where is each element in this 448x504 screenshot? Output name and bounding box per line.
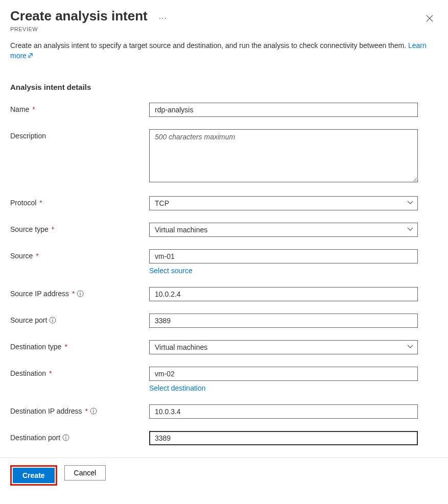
label-source: Source* — [10, 249, 149, 260]
label-source-ip: Source IP address* — [10, 287, 149, 298]
info-icon — [62, 434, 69, 441]
source-port-input[interactable] — [149, 314, 418, 328]
label-description: Description — [10, 129, 149, 140]
label-destination-ip: Destination IP address* — [10, 404, 149, 415]
create-button[interactable]: Create — [13, 468, 55, 483]
svg-point-1 — [80, 292, 81, 293]
label-destination-type: Destination type* — [10, 340, 149, 351]
section-title-details: Analysis intent details — [10, 83, 438, 91]
external-link-icon — [28, 53, 33, 58]
close-icon — [426, 15, 433, 22]
more-icon[interactable]: ··· — [159, 14, 167, 23]
chevron-down-icon — [407, 226, 413, 234]
destination-ip-input[interactable] — [149, 404, 418, 419]
label-protocol: Protocol* — [10, 196, 149, 207]
destination-type-select[interactable]: Virtual machines — [149, 340, 418, 354]
select-destination-link[interactable]: Select destination — [149, 384, 206, 392]
intro-text-body: Create an analysis intent to specify a t… — [10, 41, 406, 50]
svg-point-7 — [93, 409, 94, 410]
label-source-port: Source port — [10, 314, 149, 324]
destination-input[interactable] — [149, 367, 418, 381]
destination-port-input[interactable] — [149, 431, 418, 445]
chevron-down-icon — [407, 199, 413, 207]
svg-rect-11 — [65, 437, 66, 440]
svg-rect-8 — [93, 411, 93, 413]
chevron-down-icon — [407, 343, 413, 351]
description-input[interactable] — [149, 129, 418, 182]
name-input[interactable] — [149, 103, 418, 117]
info-icon — [49, 317, 56, 324]
page-title: Create analysis intent — [10, 8, 148, 24]
label-destination-port: Destination port — [10, 431, 149, 442]
source-ip-input[interactable] — [149, 287, 418, 301]
protocol-value: TCP — [155, 199, 169, 207]
source-input[interactable] — [149, 249, 418, 263]
label-destination: Destination* — [10, 367, 149, 377]
destination-type-value: Virtual machines — [155, 343, 207, 351]
intro-text: Create an analysis intent to specify a t… — [10, 40, 438, 61]
source-type-value: Virtual machines — [155, 226, 207, 234]
select-source-link[interactable]: Select source — [149, 267, 193, 275]
close-button[interactable] — [421, 10, 438, 27]
info-icon — [77, 290, 84, 297]
source-type-select[interactable]: Virtual machines — [149, 223, 418, 237]
protocol-select[interactable]: TCP — [149, 196, 418, 210]
preview-tag: Preview — [10, 26, 421, 32]
svg-point-4 — [53, 318, 54, 319]
svg-rect-5 — [53, 320, 53, 322]
svg-point-10 — [65, 436, 66, 437]
label-source-type: Source type* — [10, 223, 149, 233]
label-name: Name* — [10, 103, 149, 113]
svg-rect-2 — [80, 293, 81, 296]
info-icon — [90, 407, 97, 415]
create-button-highlight: Create — [10, 465, 57, 486]
cancel-button[interactable]: Cancel — [64, 465, 106, 481]
